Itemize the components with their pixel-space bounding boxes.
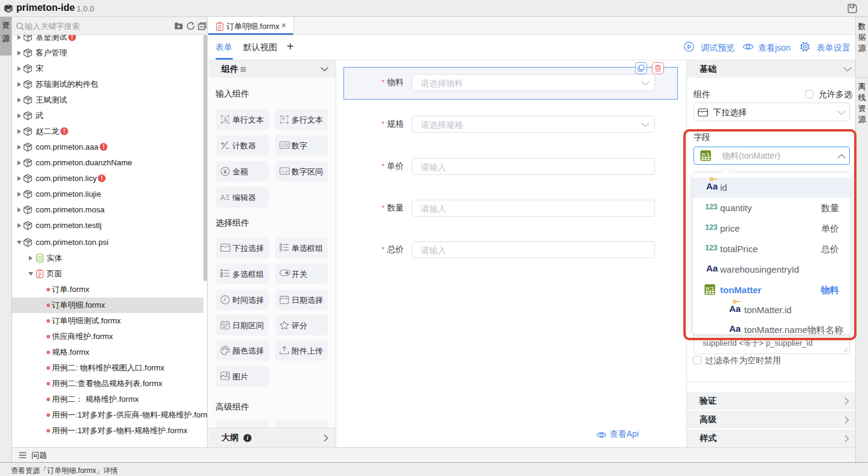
- svg-text:A: A: [223, 116, 228, 123]
- svg-text:i: i: [247, 435, 249, 441]
- svg-text:1~3: 1~3: [281, 170, 288, 173]
- svg-text:A: A: [282, 116, 286, 121]
- svg-text:A: A: [220, 194, 225, 202]
- svg-text:123: 123: [281, 143, 288, 147]
